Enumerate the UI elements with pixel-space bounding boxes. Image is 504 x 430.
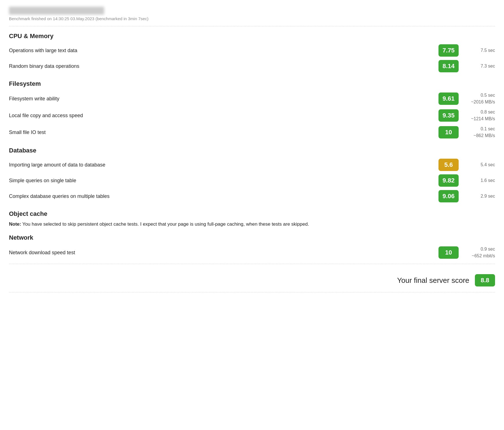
- score-badge: 9.61: [438, 93, 459, 105]
- section-title-filesystem: Filesystem: [9, 80, 495, 87]
- bottom-divider-2: [9, 292, 495, 292]
- benchmark-row: Random binary data operations8.147.3 sec: [9, 58, 495, 74]
- benchmark-label: Random binary data operations: [9, 63, 438, 69]
- score-badge: 8.14: [438, 60, 459, 72]
- benchmark-label: Importing large amount of data to databa…: [9, 162, 438, 168]
- benchmark-label: Local file copy and access speed: [9, 113, 438, 119]
- score-badge: 10: [438, 126, 459, 138]
- blurred-url: [9, 7, 104, 15]
- benchmark-label: Operations with large text data: [9, 48, 438, 54]
- score-badge: 9.35: [438, 109, 459, 122]
- score-badge: 9.82: [438, 174, 459, 187]
- meta-info: 5.4 sec: [459, 161, 495, 168]
- meta-info: 1.6 sec: [459, 177, 495, 184]
- benchmark-label: Complex database queries on multiple tab…: [9, 193, 438, 199]
- benchmark-label: Filesystem write ability: [9, 96, 438, 102]
- benchmark-label: Simple queries on single table: [9, 178, 438, 184]
- meta-info: 7.3 sec: [459, 63, 495, 70]
- benchmark-row: Local file copy and access speed9.350.8 …: [9, 107, 495, 124]
- score-badge: 9.06: [438, 190, 459, 202]
- meta-info: 0.5 sec~2016 MB/s: [459, 92, 495, 105]
- section-title-network: Network: [9, 234, 495, 241]
- section-title-object-cache: Object cache: [9, 210, 495, 218]
- score-badge: 5.6: [438, 159, 459, 171]
- benchmark-row: Importing large amount of data to databa…: [9, 157, 495, 173]
- benchmark-row: Filesystem write ability9.610.5 sec~2016…: [9, 90, 495, 107]
- benchmark-label: Small file IO test: [9, 130, 438, 135]
- final-score-badge: 8.8: [475, 274, 495, 286]
- meta-info: 7.5 sec: [459, 47, 495, 54]
- bottom-divider-1: [9, 264, 495, 264]
- benchmark-row: Simple queries on single table9.821.6 se…: [9, 173, 495, 188]
- meta-info: 2.9 sec: [459, 193, 495, 200]
- benchmark-row: Network download speed test100.9 sec~652…: [9, 244, 495, 261]
- section-title-cpu-memory: CPU & Memory: [9, 33, 495, 40]
- benchmark-row: Operations with large text data7.757.5 s…: [9, 43, 495, 58]
- meta-info: 0.8 sec~1214 MB/s: [459, 109, 495, 122]
- final-score-row: Your final server score 8.8: [9, 269, 495, 289]
- benchmark-label: Network download speed test: [9, 250, 438, 256]
- benchmark-row: Complex database queries on multiple tab…: [9, 188, 495, 204]
- meta-info: 0.9 sec~652 mbit/s: [459, 246, 495, 259]
- score-badge: 7.75: [438, 44, 459, 57]
- section-title-database: Database: [9, 147, 495, 154]
- benchmark-info: Benchmark finished on 14:30:25 03.May.20…: [9, 16, 495, 21]
- top-divider: [9, 26, 495, 26]
- section-note-object-cache: Note: You have selected to skip persiste…: [9, 220, 495, 228]
- score-badge: 10: [438, 246, 459, 259]
- meta-info: 0.1 sec~862 MB/s: [459, 126, 495, 139]
- final-score-label: Your final server score: [397, 276, 469, 285]
- benchmark-row: Small file IO test100.1 sec~862 MB/s: [9, 124, 495, 141]
